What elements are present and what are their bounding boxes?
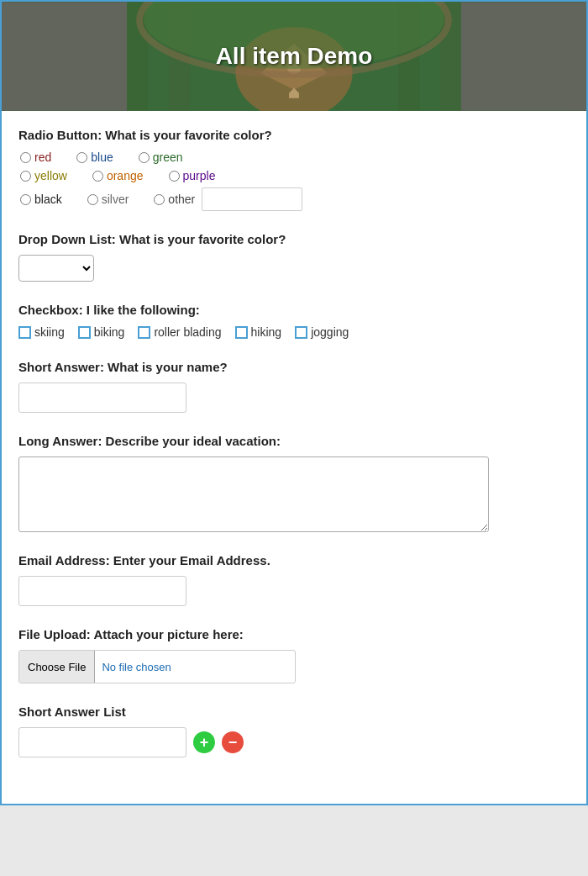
long-answer-section: Long Answer: Describe your ideal vacatio… [18, 434, 570, 532]
color-dropdown[interactable]: red blue green yellow orange purple blac… [18, 255, 94, 282]
header-banner: All item Demo [2, 2, 586, 111]
checkbox-label-roller-blading: roller blading [154, 325, 221, 339]
radio-label-blue: blue [91, 150, 113, 164]
checkbox-item-biking: biking [78, 325, 125, 339]
radio-section-label: Radio Button: What is your favorite colo… [18, 128, 570, 142]
radio-silver[interactable] [87, 194, 98, 205]
radio-black[interactable] [20, 194, 31, 205]
radio-item-black: black [20, 193, 62, 206]
radio-label-orange: orange [107, 169, 144, 182]
svg-rect-12 [461, 2, 586, 110]
email-input[interactable] [18, 576, 186, 606]
checkbox-section: Checkbox: I like the following: skiing b… [18, 303, 570, 339]
checkbox-label-biking: biking [94, 325, 125, 339]
short-answer-list-section: Short Answer List + − [18, 704, 570, 757]
radio-other[interactable] [154, 194, 165, 205]
radio-color-group: red blue green yellow [18, 150, 570, 211]
checkbox-row: skiing biking roller blading hiking jogg… [18, 325, 570, 339]
file-choose-button[interactable]: Choose File [19, 651, 95, 683]
checkbox-label-jogging: jogging [311, 325, 349, 339]
radio-label-red: red [34, 150, 51, 164]
add-button[interactable]: + [193, 731, 215, 753]
radio-red[interactable] [20, 152, 31, 163]
remove-button[interactable]: − [222, 731, 244, 753]
checkbox-item-roller-blading: roller blading [138, 325, 221, 339]
radio-item-purple: purple [169, 169, 216, 182]
file-upload-section: File Upload: Attach your picture here: C… [18, 627, 570, 683]
radio-label-other: other [168, 193, 195, 206]
radio-purple[interactable] [169, 171, 180, 182]
page-wrapper: All item Demo Radio Button: What is your… [0, 0, 588, 805]
checkbox-roller-blading[interactable] [138, 326, 150, 339]
short-answer-label: Short Answer: What is your name? [18, 360, 570, 374]
page-title: All item Demo [216, 43, 373, 70]
svg-rect-11 [2, 2, 127, 110]
radio-row-2: yellow orange purple [20, 169, 570, 182]
radio-label-purple: purple [183, 169, 216, 182]
checkbox-skiing[interactable] [18, 326, 31, 339]
radio-row-3: black silver other [20, 187, 570, 211]
short-answer-section: Short Answer: What is your name? [18, 360, 570, 413]
radio-label-silver: silver [102, 193, 129, 206]
checkbox-biking[interactable] [78, 326, 91, 339]
radio-row-1: red blue green [20, 150, 570, 164]
dropdown-section-label: Drop Down List: What is your favorite co… [18, 232, 570, 246]
radio-label-black: black [34, 193, 62, 206]
radio-item-red: red [20, 150, 51, 164]
radio-item-green: green [139, 150, 183, 164]
radio-green[interactable] [139, 152, 150, 163]
short-answer-list-input[interactable] [18, 727, 186, 757]
checkbox-jogging[interactable] [295, 326, 307, 339]
checkbox-hiking[interactable] [235, 326, 248, 339]
short-answer-list-row: + − [18, 727, 570, 757]
checkbox-item-hiking: hiking [235, 325, 282, 339]
radio-blue[interactable] [76, 152, 87, 163]
radio-item-yellow: yellow [20, 169, 67, 182]
form-area: Radio Button: What is your favorite colo… [2, 111, 586, 804]
long-answer-label: Long Answer: Describe your ideal vacatio… [18, 434, 570, 448]
radio-yellow[interactable] [20, 171, 31, 182]
email-label: Email Address: Enter your Email Address. [18, 553, 570, 567]
radio-section: Radio Button: What is your favorite colo… [18, 128, 570, 211]
checkbox-label-hiking: hiking [251, 325, 282, 339]
short-answer-list-label: Short Answer List [18, 704, 570, 719]
short-answer-input[interactable] [18, 383, 186, 413]
radio-item-orange: orange [92, 169, 144, 182]
checkbox-label-skiing: skiing [34, 325, 65, 339]
file-no-chosen-text: No file chosen [95, 661, 171, 673]
radio-label-green: green [153, 150, 183, 164]
email-section: Email Address: Enter your Email Address. [18, 553, 570, 606]
dropdown-section: Drop Down List: What is your favorite co… [18, 232, 570, 282]
checkbox-section-label: Checkbox: I like the following: [18, 303, 570, 317]
checkbox-item-jogging: jogging [295, 325, 349, 339]
radio-item-other: other [154, 187, 302, 211]
long-answer-textarea[interactable] [18, 456, 489, 532]
radio-label-yellow: yellow [34, 169, 67, 182]
file-upload-wrapper: Choose File No file chosen [18, 650, 296, 683]
radio-item-silver: silver [87, 193, 129, 206]
file-upload-label: File Upload: Attach your picture here: [18, 627, 570, 641]
checkbox-item-skiing: skiing [18, 325, 65, 339]
other-text-input[interactable] [202, 187, 302, 211]
radio-orange[interactable] [92, 171, 103, 182]
radio-item-blue: blue [76, 150, 113, 164]
